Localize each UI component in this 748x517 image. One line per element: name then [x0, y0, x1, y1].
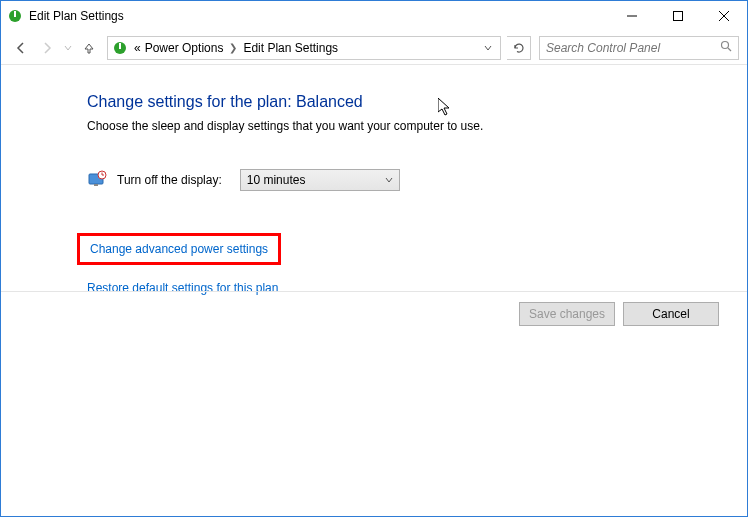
display-timeout-row: Turn off the display: 10 minutes — [87, 169, 747, 191]
chevron-right-icon[interactable]: ❯ — [225, 42, 241, 53]
window-controls — [609, 1, 747, 31]
page-subtext: Choose the sleep and display settings th… — [87, 119, 747, 133]
page-heading: Change settings for the plan: Balanced — [87, 93, 747, 111]
recent-locations-button[interactable] — [61, 36, 75, 60]
svg-line-9 — [728, 48, 731, 51]
button-bar: Save changes Cancel — [1, 291, 747, 326]
refresh-button[interactable] — [507, 36, 531, 60]
breadcrumb-item[interactable]: Edit Plan Settings — [241, 41, 340, 55]
minimize-button[interactable] — [609, 1, 655, 31]
close-button[interactable] — [701, 1, 747, 31]
chevron-down-icon — [385, 175, 393, 186]
advanced-power-settings-link[interactable]: Change advanced power settings — [77, 233, 281, 265]
power-options-icon — [7, 8, 23, 24]
breadcrumb-prefix: « — [132, 41, 143, 55]
maximize-button[interactable] — [655, 1, 701, 31]
search-icon[interactable] — [720, 40, 732, 55]
power-options-icon — [112, 40, 128, 56]
save-button[interactable]: Save changes — [519, 302, 615, 326]
svg-rect-3 — [674, 12, 683, 21]
window-title: Edit Plan Settings — [29, 9, 124, 23]
address-dropdown-icon[interactable] — [480, 41, 496, 55]
dropdown-value: 10 minutes — [247, 173, 306, 187]
svg-rect-11 — [94, 184, 98, 186]
content-area: Change settings for the plan: Balanced C… — [1, 65, 747, 295]
search-box[interactable] — [539, 36, 739, 60]
search-input[interactable] — [546, 41, 716, 55]
svg-rect-7 — [119, 43, 121, 49]
display-timeout-label: Turn off the display: — [117, 173, 222, 187]
forward-button[interactable] — [35, 36, 59, 60]
breadcrumb-item[interactable]: Power Options — [143, 41, 226, 55]
titlebar: Edit Plan Settings — [1, 1, 747, 31]
monitor-icon — [87, 170, 107, 190]
cancel-button[interactable]: Cancel — [623, 302, 719, 326]
svg-rect-1 — [14, 11, 16, 17]
svg-point-8 — [722, 42, 729, 49]
back-button[interactable] — [9, 36, 33, 60]
display-timeout-dropdown[interactable]: 10 minutes — [240, 169, 400, 191]
address-bar[interactable]: « Power Options ❯ Edit Plan Settings — [107, 36, 501, 60]
up-button[interactable] — [77, 36, 101, 60]
navbar: « Power Options ❯ Edit Plan Settings — [1, 31, 747, 65]
